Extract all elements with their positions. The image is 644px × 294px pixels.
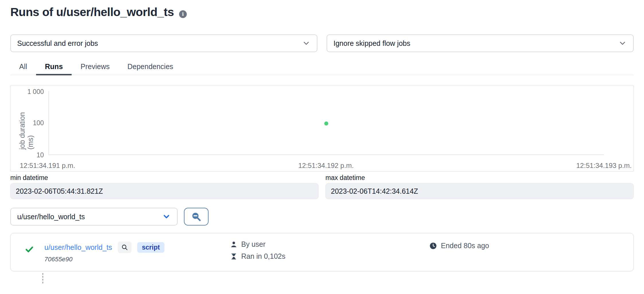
timeline-connector <box>42 273 43 283</box>
y-axis-line <box>48 91 49 155</box>
run-triggered-by: By user <box>230 240 285 248</box>
chevron-down-icon <box>618 39 627 48</box>
tab-dependencies-label: Dependencies <box>127 62 173 70</box>
runs-duration-chart[interactable]: job duration (ms) 1 000 100 10 12:51:34.… <box>10 85 634 172</box>
info-icon[interactable]: i <box>179 10 187 18</box>
x-tick-label: 12:51:34.192 p.m. <box>298 162 354 170</box>
run-duration-label: Ran in 0,102s <box>241 252 285 260</box>
tab-dependencies[interactable]: Dependencies <box>119 60 182 75</box>
max-datetime-field: max datetime <box>325 174 634 199</box>
job-kind-badge: script <box>137 242 164 253</box>
search-runs-button[interactable] <box>184 208 209 226</box>
script-picker-row: u/user/hello_world_ts <box>10 208 634 226</box>
job-status-select[interactable]: Successful and error jobs <box>10 34 317 52</box>
x-tick-label: 12:51:34.193 p.m. <box>576 162 632 170</box>
datetime-filter-row: min datetime max datetime <box>10 174 634 199</box>
x-tick-label: 12:51:34.191 p.m. <box>20 162 75 170</box>
run-triggered-by-label: By user <box>241 240 266 248</box>
run-data-point[interactable] <box>324 121 328 126</box>
min-datetime-field: min datetime <box>10 174 319 199</box>
skipped-flow-select-value: Ignore skipped flow jobs <box>333 39 410 48</box>
tab-previews[interactable]: Previews <box>72 60 118 75</box>
filter-row: Successful and error jobs Ignore skipped… <box>10 34 634 52</box>
run-script-link[interactable]: u/user/hello_world_ts <box>44 243 112 252</box>
inspect-run-button[interactable] <box>118 242 131 253</box>
y-tick-label: 10 <box>17 151 44 159</box>
clock-icon <box>429 242 437 250</box>
run-main-info: u/user/hello_world_ts script 70655e90 <box>44 233 164 263</box>
y-tick-label: 1 000 <box>17 88 44 95</box>
search-icon <box>191 211 202 222</box>
min-datetime-input[interactable] <box>10 183 319 199</box>
tab-previews-label: Previews <box>80 62 109 70</box>
y-tick-label: 100 <box>17 119 44 127</box>
x-axis-line <box>48 154 604 155</box>
page-title: Runs of u/user/hello_world_ts <box>10 5 174 19</box>
max-datetime-label: max datetime <box>325 174 634 182</box>
tab-all-label: All <box>19 62 27 70</box>
search-icon <box>121 244 128 251</box>
page-header: Runs of u/user/hello_world_ts i <box>10 5 634 19</box>
tab-runs[interactable]: Runs <box>36 60 72 75</box>
skipped-flow-select[interactable]: Ignore skipped flow jobs <box>327 34 634 52</box>
run-ended: Ended 80s ago <box>429 242 489 250</box>
run-duration: Ran in 0,102s <box>230 252 285 260</box>
user-icon <box>230 241 237 248</box>
job-status-select-value: Successful and error jobs <box>17 39 98 48</box>
chevron-down-icon <box>162 212 171 221</box>
script-path-select[interactable]: u/user/hello_world_ts <box>10 208 178 226</box>
run-meta: By user Ran in 0,102s <box>230 240 285 260</box>
job-id: 70655e90 <box>44 256 164 263</box>
max-datetime-input[interactable] <box>325 183 634 199</box>
chevron-down-icon <box>302 39 311 48</box>
run-list-item[interactable]: u/user/hello_world_ts script 70655e90 By… <box>10 233 634 271</box>
runs-page: Runs of u/user/hello_world_ts i Successf… <box>0 0 644 294</box>
hourglass-icon <box>230 253 237 260</box>
script-path-select-value: u/user/hello_world_ts <box>17 213 85 221</box>
tab-all[interactable]: All <box>10 60 36 75</box>
tab-runs-label: Runs <box>45 62 63 70</box>
success-check-icon <box>25 245 34 254</box>
run-ended-label: Ended 80s ago <box>441 242 489 250</box>
tab-bar: All Runs Previews Dependencies <box>10 60 634 75</box>
min-datetime-label: min datetime <box>10 174 319 182</box>
